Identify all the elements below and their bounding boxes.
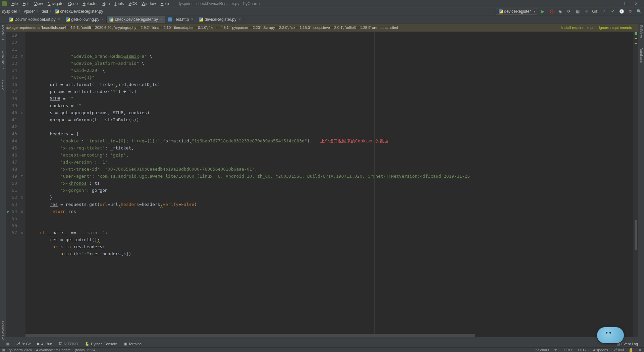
assistant-orb[interactable] <box>597 327 624 343</box>
code-line[interactable]: s = get_xgorgon(params, STUB, cookies) <box>25 109 633 116</box>
code-line[interactable]: gorgon = xGorgon(ts, strToByte(s)) <box>25 116 633 123</box>
code-line[interactable]: res = get_odintt(); <box>25 236 633 243</box>
fold-toggle-icon[interactable]: ⊟ <box>21 229 23 236</box>
tab-close-icon[interactable]: × <box>101 17 104 21</box>
line-number[interactable]: 53 <box>6 201 25 208</box>
tool-database[interactable]: Database <box>639 47 643 63</box>
editor-tab[interactable]: getFollowing.py× <box>63 16 107 23</box>
line-number[interactable]: 37 <box>6 88 25 95</box>
code-line[interactable]: "&device_brand=Redmi&ssmix=a" \ <box>25 53 633 60</box>
status-caret-pos[interactable]: 9:1 <box>554 348 559 352</box>
line-number[interactable]: 43 <box>6 130 25 137</box>
code-line[interactable]: 'x-khronos': ts, <box>25 180 633 187</box>
line-number[interactable]: 55 <box>6 215 25 222</box>
git-update-button[interactable]: ✓ <box>601 8 607 14</box>
line-number[interactable]: 56 <box>6 222 25 229</box>
code-line[interactable]: 'user-agent': 'com.ss.android.ugc.aweme.… <box>25 173 633 180</box>
menu-run[interactable]: Run <box>100 1 112 7</box>
tool-favorites[interactable]: 2: Favorites <box>1 321 5 340</box>
code-area[interactable]: "&device_brand=Redmi&ssmix=a" \ "&device… <box>25 32 633 337</box>
terminal-tool-window[interactable]: ▣ Terminal <box>124 342 143 346</box>
breadcrumb-item[interactable]: test <box>42 9 48 14</box>
line-number[interactable]: 30 <box>6 39 25 46</box>
line-number[interactable]: 45 <box>6 144 25 151</box>
close-button[interactable]: ✕ <box>633 0 640 7</box>
code-line[interactable]: if __name__ == '__main__': <box>25 229 633 236</box>
line-number[interactable]: 40⊟ <box>6 109 25 116</box>
python-console-tool-window[interactable]: 🐍 Python Console <box>85 342 117 346</box>
tab-close-icon[interactable]: × <box>191 17 193 21</box>
code-line[interactable]: "&ts={3}" <box>25 74 633 81</box>
status-encoding[interactable]: UTF-8 <box>578 348 588 352</box>
event-log-tool-window[interactable]: ▤ Event Log <box>616 342 638 346</box>
menu-tools[interactable]: Tools <box>112 1 126 7</box>
horizontal-scrollbar[interactable] <box>25 334 629 337</box>
read-only-toggle-icon[interactable]: 🔒 <box>629 348 633 352</box>
editor-tab[interactable]: DouYinHotVidoeList.py× <box>6 16 63 23</box>
tab-close-icon[interactable]: × <box>160 17 162 21</box>
line-number[interactable]: 46 <box>6 151 25 159</box>
code-line[interactable]: params = url[url.index('?') + 1:] <box>25 88 633 95</box>
editor[interactable]: 29303132⊟3334353637383940⊟41424344454647… <box>6 32 638 337</box>
line-number[interactable]: 42 <box>6 123 25 130</box>
code-line[interactable]: headers = { <box>25 130 633 137</box>
warning-marker[interactable] <box>635 38 637 39</box>
line-number[interactable]: 51 <box>6 187 25 194</box>
line-number[interactable]: 39 <box>6 102 25 109</box>
line-number[interactable]: 49⊟ <box>6 173 25 180</box>
fold-toggle-icon[interactable]: ⊟ <box>21 208 23 215</box>
tool-window-quick-access-icon[interactable]: ▣ <box>6 342 9 346</box>
menu-edit[interactable]: Edit <box>20 1 32 7</box>
line-number[interactable]: 52⊟ <box>6 194 25 201</box>
line-number[interactable]: 31 <box>6 46 25 53</box>
line-number[interactable]: 33 <box>6 60 25 67</box>
minimize-button[interactable]: ─ <box>611 0 619 7</box>
status-git-branch[interactable]: ⎇ test <box>613 348 624 352</box>
line-number[interactable]: 38 <box>6 95 25 102</box>
run-line-icon[interactable]: ▶ <box>7 208 9 215</box>
fold-toggle-icon[interactable]: ⊟ <box>21 109 23 116</box>
menu-navigate[interactable]: Navigate <box>46 1 65 7</box>
line-number[interactable]: 48 <box>6 166 25 173</box>
tool-project[interactable]: 1: Project <box>1 25 5 40</box>
editor-tab[interactable]: deviceRegister.py× <box>196 16 244 23</box>
status-inspections-icon[interactable]: ☻ <box>638 348 642 352</box>
warning-marker[interactable] <box>635 43 637 44</box>
code-line[interactable]: res = requests.get(url=url,headers=heade… <box>25 201 633 208</box>
breadcrumb-file[interactable]: checkDeviceRegister.py <box>55 9 103 14</box>
tool-structure[interactable]: 7: Structure <box>1 50 5 70</box>
code-line[interactable]: "&aid=2329" \ <box>25 67 633 74</box>
ignore-requirements-link[interactable]: Ignore requirements <box>599 26 632 30</box>
line-number[interactable]: 35 <box>6 74 25 81</box>
inspection-indicator[interactable] <box>635 32 637 35</box>
git-revert-button[interactable]: ↺ <box>627 8 633 14</box>
code-line[interactable]: 'accept-encoding': 'gzip', <box>25 151 633 159</box>
line-number[interactable]: 32⊟ <box>6 53 25 60</box>
menu-window[interactable]: Window <box>140 1 158 7</box>
hscroll-thumb[interactable] <box>25 334 475 337</box>
attach-button[interactable]: ▦ <box>575 8 581 14</box>
line-number[interactable]: 50 <box>6 180 25 187</box>
line-number[interactable]: 54⊟▶ <box>6 208 25 215</box>
code-line[interactable] <box>25 222 633 229</box>
line-number[interactable]: 41 <box>6 116 25 123</box>
debug-button[interactable]: 🐞 <box>548 8 554 14</box>
code-line[interactable]: 'x-gorgon': gorgon <box>25 187 633 194</box>
tab-close-icon[interactable]: × <box>57 17 60 21</box>
status-update[interactable]: PyCharm 2020.1.4 available: // Update...… <box>7 348 97 352</box>
line-number[interactable]: 34 <box>6 67 25 74</box>
profile-button[interactable]: ⟳ <box>566 8 572 14</box>
code-line[interactable]: 'cookie': 'install_id={0}; ttreq={1};'.f… <box>25 137 633 144</box>
code-line[interactable]: 'sdk-version': '1', <box>25 159 633 166</box>
fold-toggle-icon[interactable]: ⊟ <box>21 173 23 180</box>
line-number[interactable]: 44 <box>6 137 25 144</box>
tool-commit[interactable]: Commit <box>1 80 5 92</box>
code-line[interactable]: return res <box>25 208 633 215</box>
status-indent[interactable]: 4 spaces <box>593 348 608 352</box>
code-line[interactable]: STUB = "" <box>25 95 633 102</box>
code-line[interactable]: for k in res.headers: <box>25 243 633 250</box>
fold-toggle-icon[interactable]: ⊟ <box>21 53 23 60</box>
line-number[interactable]: 57⊟ <box>6 229 25 236</box>
code-line[interactable]: } <box>25 194 633 201</box>
git-commit-button[interactable]: ✔ <box>610 8 616 14</box>
